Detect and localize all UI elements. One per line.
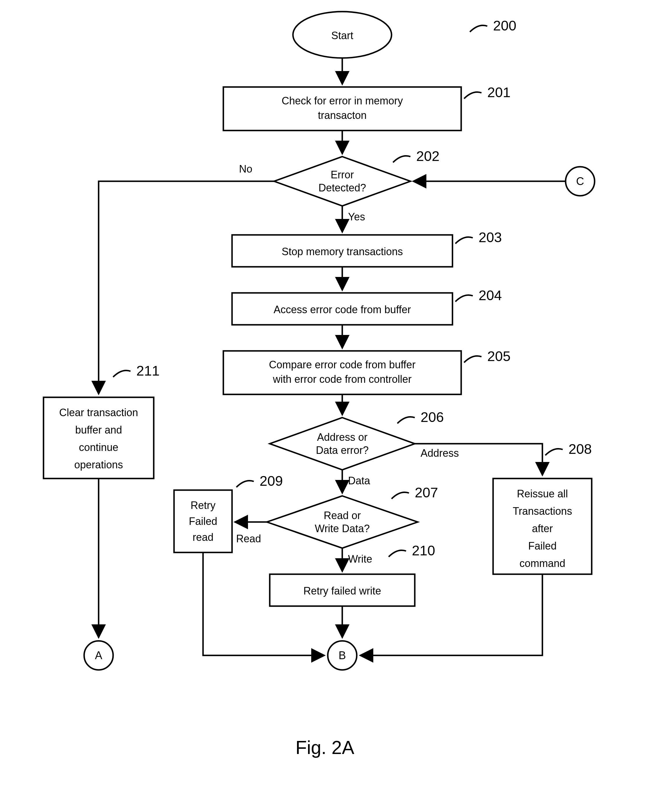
n203: Stop memory transactions [282,246,403,258]
n208-l2: Transactions [513,505,572,517]
ref-204: 204 [479,288,502,303]
ref-209: 209 [259,473,283,488]
start-label: Start [331,30,353,41]
n211-l2: buffer and [75,424,122,436]
n208-l4: Failed [528,540,557,552]
n202-l2: Detected? [319,182,366,194]
n211-l4: operations [74,459,123,471]
ref-208: 208 [569,441,592,457]
edge-data: Data [348,475,371,487]
n206-l1: Address or [317,431,368,443]
n208-l5: command [519,557,565,569]
connector-b-label: B [339,649,346,661]
ref-207: 207 [415,485,438,500]
n209-l3: read [192,531,214,543]
edge-read: Read [236,533,261,545]
n211-l1: Clear transaction [59,407,138,418]
n211-l3: continue [79,441,118,453]
ref-211: 211 [136,363,160,379]
n205-l2: with error code from controller [273,373,412,385]
n204: Access error code from buffer [273,304,411,316]
n208-l1: Reissue all [517,488,568,500]
flowchart: Start 200 Check for error in memory tran… [0,0,650,812]
connector-a-label: A [95,649,102,661]
ref-205: 205 [487,349,511,364]
edge-write: Write [348,553,372,565]
ref-203: 203 [479,230,502,245]
n201-l1: Check for error in memory [282,95,403,107]
ref-206: 206 [421,409,444,425]
n208-l3: after [532,523,553,534]
compare-error-code-box [223,351,461,394]
n202-l1: Error [331,169,354,181]
n201-l2: transacton [318,109,367,121]
n207-l1: Read or [324,510,361,521]
ref-200: 200 [493,18,516,34]
n207-l2: Write Data? [315,523,369,534]
edge-yes: Yes [348,211,365,223]
figure-label: Fig. 2A [296,737,354,758]
ref-210: 210 [412,543,435,558]
error-detected-decision [274,157,410,206]
edge-no: No [239,163,252,175]
connector-c-label: C [576,175,584,187]
edge-address: Address [421,447,459,459]
ref-202: 202 [416,148,439,164]
read-or-write-decision [267,496,418,548]
n210: Retry failed write [304,585,381,597]
n206-l2: Data error? [316,444,369,456]
address-or-data-decision [270,418,415,470]
n205-l1: Compare error code from buffer [269,359,416,371]
ref-201: 201 [487,85,511,100]
n209-l1: Retry [191,499,215,511]
n209-l2: Failed [189,515,217,527]
check-error-box [223,87,461,130]
